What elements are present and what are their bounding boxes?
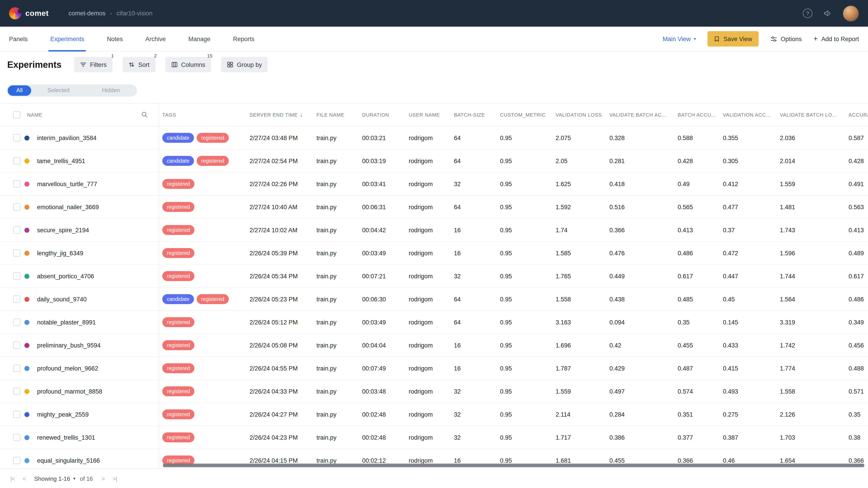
column-header-tags[interactable]: TAGS [159,103,246,126]
experiment-name-link[interactable]: marvellous_turtle_777 [37,181,97,187]
column-header-validation-acc[interactable]: VALIDATION ACC... [720,103,777,126]
tab-panels[interactable]: Panels [9,26,28,51]
table-row[interactable]: notable_plaster_8991 registered 2/26/24 … [0,311,868,334]
column-header-validate-batch-ac[interactable]: VALIDATE BATCH AC... [606,103,675,126]
experiment-name-link[interactable]: profound_melon_9662 [37,365,98,372]
announcements-icon[interactable] [823,9,832,17]
experiment-name-link[interactable]: lengthy_jig_6349 [37,250,83,256]
experiment-name-link[interactable]: secure_spire_2194 [37,227,89,233]
row-checkbox[interactable] [13,226,20,234]
experiment-name-link[interactable]: equal_singularity_5166 [37,457,100,464]
search-icon[interactable] [141,111,148,119]
tag-candidate[interactable]: candidate [162,156,194,166]
column-header-accuracy[interactable]: ACCURA... [845,103,868,126]
tag-registered[interactable]: registered [162,225,194,235]
prev-page-button[interactable]: < [19,475,30,482]
row-checkbox[interactable] [13,295,20,303]
row-checkbox[interactable] [13,388,20,395]
experiment-name-link[interactable]: interim_pavilion_3584 [37,134,96,141]
row-checkbox[interactable] [13,411,20,418]
last-page-button[interactable]: >| [108,475,121,482]
breadcrumb-current[interactable]: cifar10-vision [117,10,153,17]
tag-registered[interactable]: registered [162,410,194,419]
table-row[interactable]: interim_pavilion_3584 candidateregistere… [0,127,868,150]
tag-registered[interactable]: registered [162,340,194,350]
tag-registered[interactable]: registered [197,294,229,304]
tag-registered[interactable]: registered [162,432,194,442]
tag-registered[interactable]: registered [197,156,229,166]
experiment-name-link[interactable]: profound_marmot_8858 [37,388,102,395]
experiment-name-link[interactable]: emotional_nailer_3669 [37,203,99,210]
tag-registered[interactable]: registered [162,179,194,189]
tab-manage[interactable]: Manage [188,26,211,51]
row-checkbox[interactable] [13,250,20,257]
columns-button[interactable]: Columns 15 [165,57,211,72]
column-header-server-end-time[interactable]: SERVER END TIME ↓ [246,103,313,126]
table-row[interactable]: preliminary_bush_9594 registered 2/26/24… [0,334,868,357]
select-all-checkbox[interactable] [13,111,20,119]
experiment-name-link[interactable]: preliminary_bush_9594 [37,342,101,349]
horizontal-scrollbar[interactable] [163,464,864,467]
column-header-custom-metric[interactable]: CUSTOM_METRIC [497,103,553,126]
tag-candidate[interactable]: candidate [162,133,194,143]
tab-experiments[interactable]: Experiments [51,26,84,51]
column-header-validation-loss[interactable]: VALIDATION LOSS [553,103,606,126]
table-row[interactable]: secure_spire_2194 registered 2/27/24 10:… [0,219,868,242]
table-row[interactable]: mighty_peak_2559 registered 2/26/24 04:2… [0,403,868,426]
tag-registered[interactable]: registered [162,317,194,327]
row-checkbox[interactable] [13,434,20,441]
experiment-name-link[interactable]: tame_trellis_4951 [37,158,85,164]
table-row[interactable]: emotional_nailer_3669 registered 2/27/24… [0,196,868,219]
row-checkbox[interactable] [13,180,20,188]
table-row[interactable]: profound_marmot_8858 registered 2/26/24 … [0,380,868,403]
column-header-batch-accu[interactable]: BATCH ACCU... [675,103,720,126]
tag-registered[interactable]: registered [162,271,194,281]
tag-registered[interactable]: registered [162,363,194,373]
table-row[interactable]: absent_portico_4706 registered 2/26/24 0… [0,265,868,288]
segment-all[interactable]: All [8,85,31,96]
tab-archive[interactable]: Archive [145,26,166,51]
comet-logo[interactable]: comet [9,7,49,20]
table-row[interactable]: renewed_trellis_1301 registered 2/26/24 … [0,426,868,449]
experiment-name-link[interactable]: absent_portico_4706 [37,273,94,280]
row-checkbox[interactable] [13,319,20,326]
group-by-button[interactable]: Group by [221,57,268,72]
row-checkbox[interactable] [13,457,20,464]
column-header-batch-size[interactable]: BATCH-SIZE [451,103,497,126]
filters-button[interactable]: Filters 1 [74,57,113,72]
options-button[interactable]: Options [770,35,802,42]
column-header-user-name[interactable]: USER NAME [405,103,451,126]
segment-hidden[interactable]: Hidden [86,85,136,96]
tag-registered[interactable]: registered [162,202,194,212]
experiment-name-link[interactable]: mighty_peak_2559 [37,411,89,418]
segment-selected[interactable]: Selected [31,85,86,96]
experiment-name-link[interactable]: renewed_trellis_1301 [37,434,95,441]
column-header-validate-batch-lo[interactable]: VALIDATE BATCH LO... [777,103,845,126]
table-row[interactable]: lengthy_jig_6349 registered 2/26/24 05:3… [0,242,868,265]
tag-registered[interactable]: registered [162,248,194,258]
tag-registered[interactable]: registered [162,386,194,396]
column-header-name[interactable]: NAME [0,103,159,126]
table-row[interactable]: profound_melon_9662 registered 2/26/24 0… [0,357,868,380]
column-header-duration[interactable]: DURATION [359,103,405,126]
tab-reports[interactable]: Reports [233,26,254,51]
row-checkbox[interactable] [13,341,20,349]
add-to-report-button[interactable]: + Add to Report [813,35,859,42]
save-view-button[interactable]: Save View [708,31,758,46]
column-header-file-name[interactable]: FILE NAME [313,103,359,126]
experiment-name-link[interactable]: notable_plaster_8991 [37,319,96,326]
breadcrumb-project[interactable]: comet-demos [68,10,105,17]
table-row[interactable]: tame_trellis_4951 candidateregistered 2/… [0,150,868,173]
row-checkbox[interactable] [13,134,20,141]
row-checkbox[interactable] [13,157,20,164]
first-page-button[interactable]: |< [6,475,19,482]
next-page-button[interactable]: > [97,475,108,482]
main-view-dropdown[interactable]: Main View ▾ [662,35,696,42]
experiment-name-link[interactable]: daily_sound_9740 [37,296,87,302]
table-row[interactable]: daily_sound_9740 candidateregistered 2/2… [0,288,868,311]
tag-registered[interactable]: registered [197,133,229,143]
row-checkbox[interactable] [13,272,20,280]
row-checkbox[interactable] [13,365,20,372]
table-row[interactable]: marvellous_turtle_777 registered 2/27/24… [0,173,868,196]
tag-candidate[interactable]: candidate [162,294,194,304]
